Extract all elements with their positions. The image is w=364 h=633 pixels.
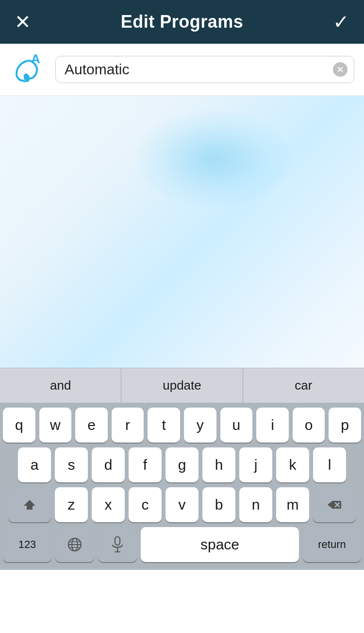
key-g[interactable]: g	[165, 447, 199, 482]
key-m[interactable]: m	[276, 487, 309, 522]
main-content	[0, 96, 364, 368]
shift-key[interactable]	[8, 487, 51, 522]
search-input-wrapper	[55, 56, 354, 83]
hearing-aid-icon: A	[10, 52, 49, 86]
key-v[interactable]: v	[165, 487, 199, 522]
keys-area: q w e r t y u i o p a s d f g h j k l	[0, 403, 364, 570]
key-r[interactable]: r	[112, 408, 144, 443]
key-y[interactable]: y	[184, 408, 216, 443]
key-x[interactable]: x	[92, 487, 125, 522]
key-e[interactable]: e	[75, 408, 108, 443]
key-123[interactable]: 123	[3, 527, 51, 562]
key-w[interactable]: w	[39, 408, 72, 443]
search-input[interactable]	[55, 56, 354, 83]
space-key[interactable]: space	[141, 527, 299, 562]
key-j[interactable]: j	[239, 447, 272, 482]
key-t[interactable]: t	[148, 408, 180, 443]
suggestion-car[interactable]: car	[243, 368, 364, 403]
search-area: A	[0, 44, 364, 96]
key-q[interactable]: q	[3, 408, 35, 443]
key-f[interactable]: f	[129, 447, 162, 482]
return-key[interactable]: return	[303, 527, 361, 562]
key-row-1: q w e r t y u i o p	[3, 408, 361, 443]
suggestions-row: and update car	[0, 368, 364, 403]
backspace-key[interactable]	[313, 487, 356, 522]
keyboard: and update car q w e r t y u i o p a s d…	[0, 368, 364, 570]
key-k[interactable]: k	[276, 447, 309, 482]
confirm-button[interactable]: ✓	[333, 12, 349, 32]
svg-rect-9	[115, 537, 120, 545]
key-s[interactable]: s	[55, 447, 88, 482]
key-p[interactable]: p	[329, 408, 361, 443]
close-button[interactable]: ✕	[15, 12, 31, 32]
suggestion-update[interactable]: update	[121, 368, 243, 403]
page-title: Edit Programs	[121, 12, 244, 32]
key-row-2: a s d f g h j k l	[3, 447, 361, 482]
key-a[interactable]: a	[18, 447, 51, 482]
key-u[interactable]: u	[220, 408, 253, 443]
key-b[interactable]: b	[202, 487, 235, 522]
clear-button[interactable]	[333, 62, 347, 77]
key-l[interactable]: l	[313, 447, 346, 482]
mic-key[interactable]	[98, 527, 137, 562]
key-row-3: z x c v b n m	[3, 487, 361, 522]
suggestion-and[interactable]: and	[0, 368, 121, 403]
globe-key[interactable]	[55, 527, 94, 562]
key-c[interactable]: c	[129, 487, 162, 522]
key-d[interactable]: d	[92, 447, 125, 482]
key-z[interactable]: z	[55, 487, 88, 522]
header: ✕ Edit Programs ✓	[0, 0, 364, 44]
key-h[interactable]: h	[202, 447, 235, 482]
key-i[interactable]: i	[256, 408, 289, 443]
key-n[interactable]: n	[239, 487, 272, 522]
key-row-bottom: 123 space return	[3, 527, 361, 568]
key-o[interactable]: o	[293, 408, 325, 443]
